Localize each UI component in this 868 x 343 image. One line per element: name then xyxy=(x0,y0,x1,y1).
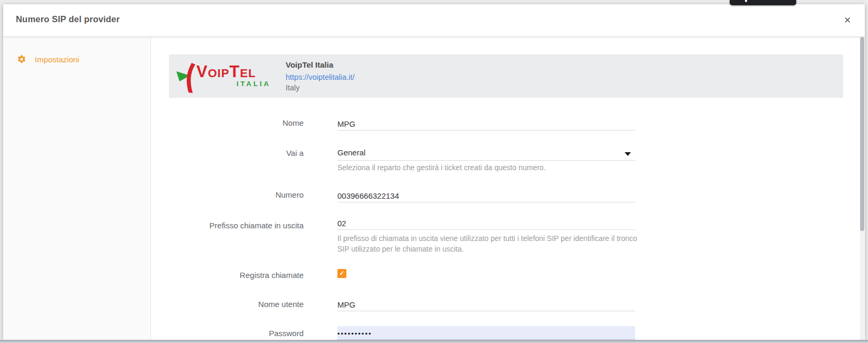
field-label-vai-a: Vai a xyxy=(169,149,304,157)
page-bottom-edge xyxy=(0,340,868,343)
vai-a-hint: Seleziona il reparto che gestirà i ticke… xyxy=(337,162,638,173)
dialog-header: Numero SIP del provider ✕ xyxy=(3,4,865,37)
numero-input[interactable] xyxy=(337,189,635,202)
scrollbar-thumb[interactable] xyxy=(860,37,864,231)
tooltip-glyph-fragment xyxy=(745,0,747,2)
cutoff-browser-tooltip xyxy=(730,0,796,5)
provider-name: VoipTel Italia xyxy=(286,60,333,69)
settings-sidebar: Impostazioni xyxy=(3,37,151,340)
close-icon[interactable]: ✕ xyxy=(839,12,855,28)
vai-a-select[interactable]: General xyxy=(337,147,635,161)
provider-info-card: VoipTel ITALIA VoipTel Italia https://vo… xyxy=(169,54,843,98)
field-label-password: Password xyxy=(169,329,304,338)
field-label-prefisso: Prefisso chiamate in uscita xyxy=(169,221,304,230)
scrollbar-track[interactable] xyxy=(860,37,864,340)
chevron-down-icon xyxy=(625,152,631,156)
provider-url-link[interactable]: https://voiptelitalia.it/ xyxy=(286,73,355,81)
gear-icon xyxy=(17,54,26,64)
provider-country: Italy xyxy=(286,84,300,92)
password-input[interactable] xyxy=(337,326,635,340)
field-label-nome: Nome xyxy=(169,118,304,127)
nome-input[interactable] xyxy=(337,117,635,131)
sidebar-item-label: Impostazioni xyxy=(35,55,79,64)
voiptel-logo-subtext: ITALIA xyxy=(237,80,271,88)
vai-a-selected-value: General xyxy=(337,148,365,157)
voiptel-logo-wordmark: VoipTel xyxy=(196,64,256,80)
prefisso-input[interactable] xyxy=(337,216,635,230)
field-label-numero: Numero xyxy=(169,190,304,199)
sidebar-item-impostazioni[interactable]: Impostazioni xyxy=(3,51,151,69)
screen: Numero SIP del provider ✕ Impostazioni V… xyxy=(0,0,868,343)
dialog-title: Numero SIP del provider xyxy=(16,14,120,24)
registra-chiamate-checkbox[interactable]: ✓ xyxy=(337,269,346,278)
prefisso-hint: Il prefisso di chiamata in uscita viene … xyxy=(337,233,638,254)
field-label-registra-chiamate: Registra chiamate xyxy=(169,271,304,280)
nome-utente-input[interactable] xyxy=(337,298,635,311)
field-label-nome-utente: Nome utente xyxy=(169,300,304,309)
